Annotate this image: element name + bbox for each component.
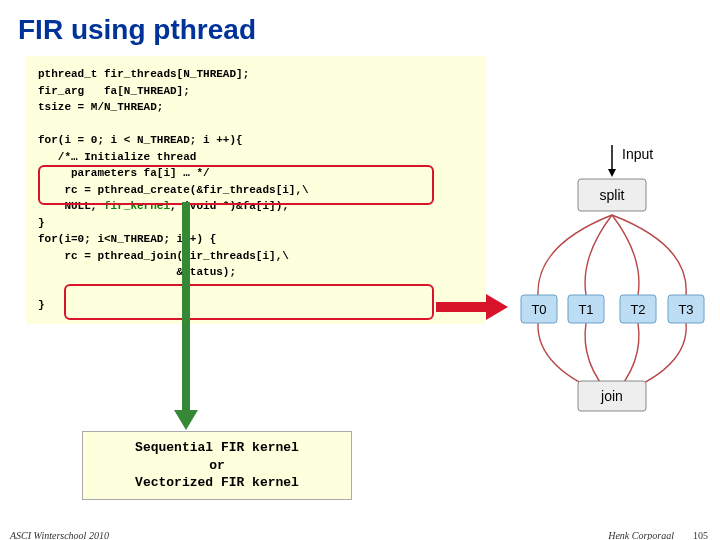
- arrow-down-icon: [179, 202, 193, 432]
- diagram-split-label: split: [600, 187, 625, 203]
- highlight-rect-join: [64, 284, 434, 320]
- thread-diagram: Input split T0 T1 T2 T3 join: [516, 145, 708, 413]
- kernel-line: Vectorized FIR kernel: [87, 474, 347, 492]
- footer-left: ASCI Winterschool 2010: [10, 530, 109, 540]
- diagram-input-label: Input: [622, 146, 653, 162]
- diagram-thread-label: T3: [678, 302, 693, 317]
- code-line: rc = pthread_join(fir_threads[i],\: [38, 250, 289, 262]
- code-line: for(i = 0; i < N_THREAD; i ++){: [38, 134, 243, 146]
- diagram-thread-label: T1: [578, 302, 593, 317]
- diagram-join-label: join: [600, 388, 623, 404]
- code-line: fir_arg fa[N_THREAD];: [38, 85, 190, 97]
- kernel-label-box: Sequential FIR kernel or Vectorized FIR …: [82, 431, 352, 500]
- diagram-thread-label: T2: [630, 302, 645, 317]
- page-title: FIR using pthread: [0, 0, 720, 56]
- diagram-thread-label: T0: [531, 302, 546, 317]
- page-number: 105: [693, 530, 708, 540]
- code-line: }: [38, 217, 45, 229]
- svg-marker-1: [608, 169, 616, 177]
- code-line: pthread_t fir_threads[N_THREAD];: [38, 68, 249, 80]
- code-line: &status);: [38, 266, 236, 278]
- code-line: tsize = M/N_THREAD;: [38, 101, 163, 113]
- code-line: }: [38, 299, 45, 311]
- code-line: /*… Initialize thread: [38, 151, 196, 163]
- highlight-rect-create: [38, 165, 434, 205]
- arrow-right-icon: [436, 296, 508, 318]
- kernel-line: or: [87, 457, 347, 475]
- footer-right: Henk Corporaal: [608, 530, 674, 540]
- kernel-line: Sequential FIR kernel: [87, 439, 347, 457]
